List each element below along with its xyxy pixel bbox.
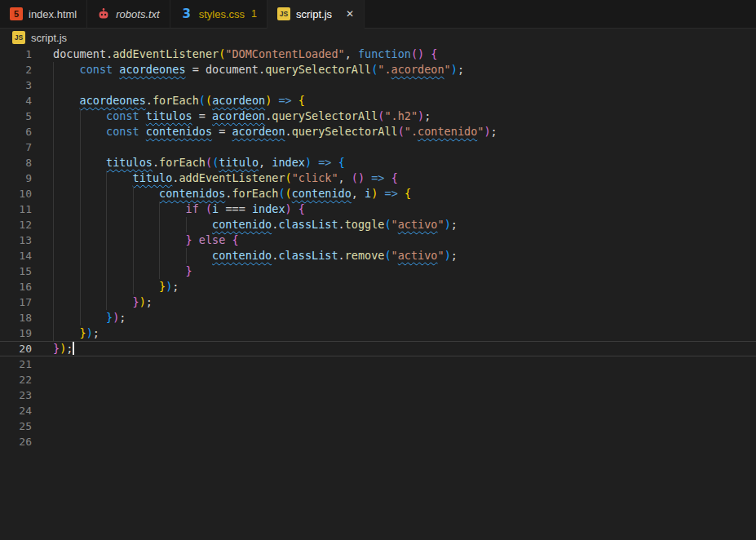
code-line-text: contenido.classList.remove("activo"); — [53, 249, 458, 262]
indent-guide — [80, 263, 81, 279]
line-number: 17 — [0, 294, 32, 310]
indent-guide — [53, 263, 54, 279]
line-number: 16 — [0, 279, 32, 294]
code-line-text: } else { — [53, 233, 239, 246]
code-line[interactable]: 1document.addEventListener("DOMContentLo… — [0, 46, 756, 62]
code-line[interactable]: 7 — [0, 139, 756, 155]
line-number: 12 — [0, 217, 32, 232]
code-line[interactable]: 10 contenidos.forEach((contenido, i) => … — [0, 186, 756, 201]
indent-guide — [80, 139, 81, 155]
code-line[interactable]: 23 — [0, 387, 756, 403]
code-line-text: const titulos = acordeon.querySelectorAl… — [53, 109, 431, 122]
code-line-text: titulo.addEventListener("click", () => { — [53, 171, 398, 184]
line-number: 22 — [0, 372, 32, 387]
line-number: 26 — [0, 434, 32, 449]
tab-index-html[interactable]: 5 index.html — [0, 0, 87, 29]
breadcrumb-item-filename[interactable]: script.js — [31, 32, 67, 44]
line-number: 24 — [0, 403, 32, 418]
tab-robots-txt[interactable]: robots.txt — [87, 0, 170, 29]
code-line[interactable]: 4 acordeones.forEach((acordeon) => { — [0, 93, 756, 108]
code-line[interactable]: 5 const titulos = acordeon.querySelector… — [0, 108, 756, 124]
code-line[interactable]: 15 } — [0, 263, 756, 279]
code-line-text: }); — [53, 295, 153, 308]
tab-script-js[interactable]: JS script.js ✕ — [267, 0, 365, 29]
indent-guide — [53, 62, 54, 77]
code-line-text: const contenidos = acordeon.querySelecto… — [53, 125, 497, 138]
indent-guide — [80, 232, 81, 248]
code-line[interactable]: 24 — [0, 403, 756, 418]
indent-guide — [159, 263, 160, 279]
code-line-text: acordeones.forEach((acordeon) => { — [53, 94, 305, 107]
code-line[interactable]: 21 — [0, 356, 756, 372]
code-line[interactable]: 3 — [0, 77, 756, 93]
code-line[interactable]: 25 — [0, 418, 756, 434]
code-area: 1document.addEventListener("DOMContentLo… — [0, 46, 756, 449]
indent-guide — [133, 217, 134, 232]
code-line-text: }); — [53, 311, 126, 324]
code-line[interactable]: 12 contenido.classList.toggle("activo"); — [0, 217, 756, 232]
indent-guide — [53, 248, 54, 263]
code-line[interactable]: 6 const contenidos = acordeon.querySelec… — [0, 124, 756, 139]
code-line[interactable]: 16 }); — [0, 279, 756, 294]
code-line[interactable]: 18 }); — [0, 310, 756, 325]
code-line[interactable]: 2 const acordeones = document.querySelec… — [0, 62, 756, 77]
code-line-text — [53, 78, 80, 91]
indent-guide — [106, 186, 107, 201]
line-number: 19 — [0, 325, 32, 341]
code-line-text: if (i === index) { — [53, 202, 305, 215]
code-line[interactable]: 22 — [0, 372, 756, 387]
code-line-text: contenido.classList.toggle("activo"); — [53, 218, 458, 231]
code-line[interactable]: 13 } else { — [0, 232, 756, 248]
indent-guide — [133, 279, 134, 294]
indent-guide — [53, 93, 54, 108]
close-tab-icon[interactable]: ✕ — [346, 9, 354, 19]
indent-guide — [106, 279, 107, 294]
line-number: 15 — [0, 263, 32, 279]
tab-label: script.js — [296, 8, 332, 20]
js-file-icon: JS — [277, 7, 290, 20]
vscode-window: 5 index.html robots.txt 3 styles.css 1 J… — [0, 0, 756, 540]
code-line[interactable]: 14 contenido.classList.remove("activo"); — [0, 248, 756, 263]
indent-guide — [80, 310, 81, 325]
indent-guide — [80, 201, 81, 217]
indent-guide — [53, 232, 54, 248]
indent-guide — [106, 217, 107, 232]
indent-guide — [80, 217, 81, 232]
line-number: 9 — [0, 170, 32, 186]
tab-bar-empty-space — [365, 0, 756, 29]
code-line[interactable]: 9 titulo.addEventListener("click", () =>… — [0, 170, 756, 186]
indent-guide — [106, 201, 107, 217]
indent-guide — [106, 248, 107, 263]
line-number: 3 — [0, 77, 32, 93]
code-line-text: } — [53, 264, 192, 277]
line-number: 11 — [0, 201, 32, 217]
indent-guide — [53, 279, 54, 294]
indent-guide — [80, 124, 81, 139]
indent-guide — [80, 248, 81, 263]
robot-file-icon — [97, 7, 110, 20]
text-cursor — [73, 342, 74, 355]
js-file-icon: JS — [12, 31, 25, 44]
indent-guide — [53, 217, 54, 232]
indent-guide — [106, 170, 107, 186]
tab-label: styles.css — [199, 8, 245, 20]
code-line[interactable]: 19 }); — [0, 325, 756, 341]
indent-guide — [53, 155, 54, 170]
code-line[interactable]: 26 — [0, 434, 756, 449]
line-number: 21 — [0, 356, 32, 372]
code-editor[interactable]: 1document.addEventListener("DOMContentLo… — [0, 46, 756, 540]
indent-guide — [106, 294, 107, 310]
indent-guide — [159, 232, 160, 248]
tab-label: robots.txt — [116, 8, 159, 20]
code-line-text: document.addEventListener("DOMContentLoa… — [53, 47, 438, 60]
code-line[interactable]: 20}); — [0, 341, 756, 356]
indent-guide — [53, 294, 54, 310]
code-line[interactable]: 17 }); — [0, 294, 756, 310]
code-line[interactable]: 8 titulos.forEach((titulo, index) => { — [0, 155, 756, 170]
line-number: 14 — [0, 248, 32, 263]
indent-guide — [186, 248, 187, 263]
breadcrumb: JS script.js — [0, 29, 756, 46]
tab-styles-css[interactable]: 3 styles.css 1 — [170, 0, 267, 29]
code-line[interactable]: 11 if (i === index) { — [0, 201, 756, 217]
line-number: 18 — [0, 310, 32, 325]
